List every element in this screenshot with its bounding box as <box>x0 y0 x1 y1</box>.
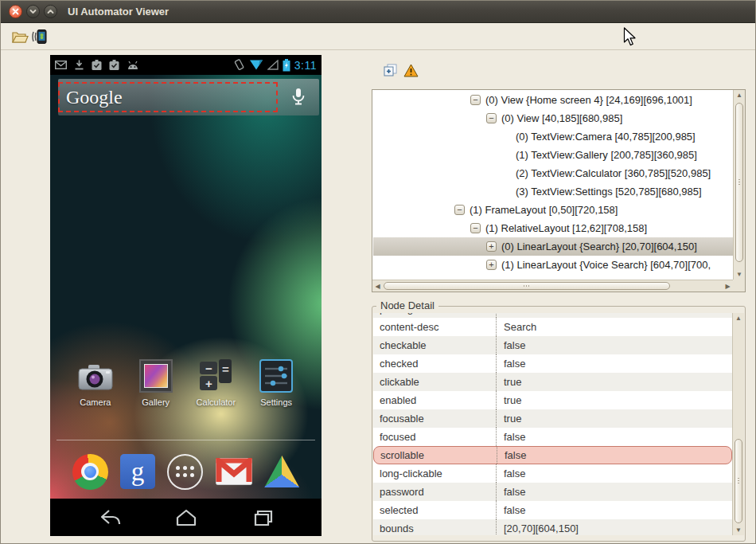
app-label: Settings <box>260 397 292 407</box>
expand-icon[interactable]: + <box>486 241 497 252</box>
tree-horizontal-scrollbar[interactable]: ◀ ▶ <box>372 280 733 292</box>
gmail-app-icon[interactable] <box>216 458 252 485</box>
home-nav-button[interactable] <box>173 507 199 528</box>
google-drive-app-icon[interactable] <box>264 456 299 487</box>
status-bar-clock: 3:11 <box>294 59 317 72</box>
warning-icon <box>403 64 419 77</box>
scrollbar-thumb[interactable] <box>384 282 670 290</box>
tree-node[interactable]: (3) TextView:Settings [520,785][680,985] <box>373 182 733 201</box>
tree-node-label: (1) LinearLayout {Voice Search} [604,70]… <box>501 259 711 271</box>
node-detail-row[interactable]: passwordfalse <box>373 483 732 501</box>
property-value: false <box>497 449 533 461</box>
tree-node[interactable]: +(0) LinearLayout {Search} [20,70][604,1… <box>373 237 733 256</box>
microphone-icon[interactable] <box>289 87 308 108</box>
tree-vertical-scrollbar[interactable]: ▲ ▼ <box>733 90 745 280</box>
property-value: false <box>497 358 532 370</box>
gmail-notification-icon <box>55 61 67 69</box>
settings-app-icon <box>259 359 293 393</box>
node-detail-row[interactable]: bounds[20,70][604,150] <box>373 519 732 535</box>
node-detail-panel: Node Detail packagecontent-descSearchche… <box>372 306 746 542</box>
property-name: focused <box>373 428 497 446</box>
selected-node-highlight <box>58 82 278 112</box>
collapse-icon[interactable]: − <box>486 113 497 123</box>
node-detail-title: Node Detail <box>376 299 438 311</box>
scroll-down-arrow[interactable]: ▼ <box>733 525 744 535</box>
property-value: [20,70][604,150] <box>497 522 586 534</box>
tree-node[interactable]: −(1) FrameLayout [0,50][720,158] <box>373 201 733 219</box>
property-value: Search <box>497 321 544 333</box>
tree-node[interactable]: +(1) LinearLayout {Voice Search} [604,70… <box>373 256 733 274</box>
node-detail-row[interactable]: enabledtrue <box>373 391 732 409</box>
chevron-down-icon <box>29 8 37 15</box>
detail-vertical-scrollbar[interactable]: ▲ ▼ <box>732 313 744 535</box>
scrollbar-thumb[interactable] <box>735 103 743 262</box>
open-file-icon[interactable] <box>11 29 29 45</box>
app-label: Gallery <box>142 397 170 407</box>
property-value: false <box>497 431 532 443</box>
scroll-right-arrow[interactable]: ▶ <box>723 280 733 292</box>
node-detail-row[interactable]: checkedfalse <box>373 354 732 373</box>
navigation-bar <box>50 499 321 536</box>
node-detail-table[interactable]: packagecontent-descSearchcheckablefalsec… <box>373 313 732 535</box>
collapse-icon[interactable]: − <box>454 205 465 215</box>
property-name: enabled <box>373 391 497 409</box>
app-label: Camera <box>80 397 111 407</box>
node-detail-row[interactable]: selectedfalse <box>373 501 732 519</box>
node-detail-row[interactable]: checkablefalse <box>373 336 732 354</box>
app-window: UI Automator Viewer <box>0 0 756 544</box>
app-shortcut-camera[interactable]: Camera <box>65 356 126 413</box>
app-shortcut-calculator[interactable]: − + = Calculator <box>186 356 247 413</box>
device-screenshot-icon[interactable] <box>30 29 48 45</box>
property-name: bounds <box>373 519 497 535</box>
rotation-lock-icon <box>233 59 245 71</box>
recents-nav-button[interactable] <box>249 507 275 528</box>
expand-icon[interactable]: + <box>486 260 497 270</box>
app-shortcut-settings[interactable]: Settings <box>246 356 306 413</box>
node-detail-row[interactable]: scrollablefalse <box>373 446 732 464</box>
property-name: selected <box>373 501 497 519</box>
close-button[interactable] <box>9 5 22 18</box>
collapse-icon[interactable]: − <box>470 95 481 105</box>
scroll-up-arrow[interactable]: ▲ <box>734 90 745 100</box>
minimize-button[interactable] <box>26 5 40 18</box>
tree-node-label: (2) TextView:Calculator [360,785][520,98… <box>516 167 711 179</box>
node-detail-row[interactable]: focusabletrue <box>373 409 732 428</box>
tree-node[interactable]: (1) TextView:Gallery [200,785][360,985] <box>373 146 733 164</box>
node-detail-row[interactable]: focusedfalse <box>373 428 732 446</box>
scroll-down-arrow[interactable]: ▼ <box>734 269 745 280</box>
app-shortcut-gallery[interactable]: Gallery <box>126 356 186 413</box>
google-search-app-icon[interactable]: g <box>120 454 155 489</box>
tree-node-label: (3) TextView:Settings [520,785][680,985] <box>516 186 702 198</box>
tree-view[interactable]: −(0) View {Home screen 4} [24,169][696,1… <box>373 91 733 280</box>
scroll-left-arrow[interactable]: ◀ <box>372 280 383 292</box>
node-detail-row[interactable]: clickabletrue <box>373 373 732 391</box>
tree-node[interactable]: −(1) RelativeLayout [12,62][708,158] <box>373 219 733 237</box>
collapse-icon[interactable]: − <box>470 223 481 233</box>
chrome-app-icon[interactable] <box>72 454 108 490</box>
download-notification-icon <box>74 60 84 70</box>
tree-node[interactable]: (2) TextView:Calculator [360,785][520,98… <box>373 164 733 182</box>
property-name: password <box>373 483 497 501</box>
window-title: UI Automator Viewer <box>68 1 169 23</box>
tree-node[interactable]: −(0) View {Home screen 4} [24,169][696,1… <box>373 91 733 109</box>
tree-node-label: (1) RelativeLayout [12,62][708,158] <box>485 222 647 234</box>
check-notification-icon <box>109 60 119 70</box>
node-detail-row[interactable]: long-clickablefalse <box>373 464 732 483</box>
property-name: checked <box>373 354 497 373</box>
title-bar[interactable]: UI Automator Viewer <box>1 1 755 23</box>
property-value: true <box>497 376 528 388</box>
maximize-button[interactable] <box>44 5 57 18</box>
tree-node-label: (1) TextView:Gallery [200,785][360,985] <box>516 149 697 161</box>
node-detail-row[interactable]: content-descSearch <box>373 318 732 336</box>
tree-node[interactable]: (2) LinearLayout <box>373 274 733 280</box>
expand-all-icon[interactable] <box>384 64 398 77</box>
tree-node[interactable]: −(0) View [40,185][680,985] <box>373 109 733 127</box>
scroll-up-arrow[interactable]: ▲ <box>733 313 744 323</box>
app-drawer-icon[interactable] <box>167 454 203 490</box>
scrollbar-corner <box>733 280 745 292</box>
home-wallpaper[interactable] <box>50 75 321 499</box>
scrollbar-thumb[interactable] <box>735 439 742 523</box>
back-nav-button[interactable] <box>98 507 123 528</box>
tree-node[interactable]: (0) TextView:Camera [40,785][200,985] <box>373 127 733 146</box>
device-screenshot[interactable]: 3:11 Google <box>50 55 321 536</box>
